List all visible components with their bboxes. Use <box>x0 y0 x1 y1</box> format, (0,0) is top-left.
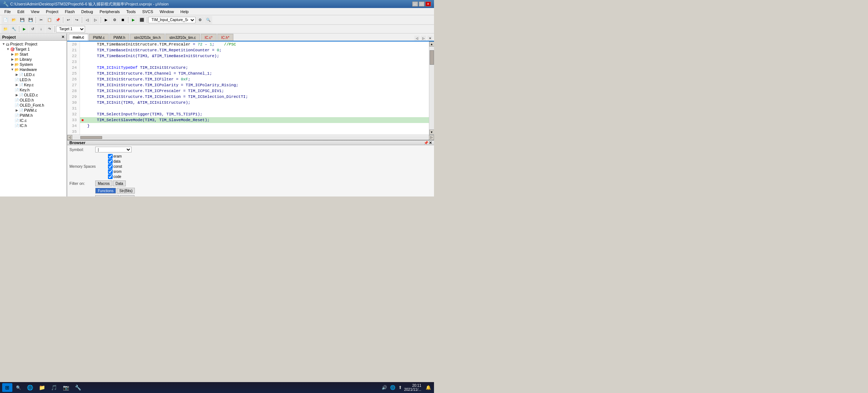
data-btn[interactable]: Data <box>113 180 126 186</box>
tree-ich[interactable]: 📄 IC.h <box>0 123 67 128</box>
maximize-button[interactable]: □ <box>419 1 425 7</box>
cb-srom[interactable]: srom <box>108 169 122 174</box>
cut-btn[interactable]: ✂ <box>37 16 45 24</box>
close-editor-btn[interactable]: ✕ <box>427 36 433 41</box>
scroll-up-btn[interactable]: ▲ <box>429 41 434 47</box>
minimize-button[interactable]: ─ <box>412 1 418 7</box>
stop-btn[interactable]: ⏹ <box>119 16 127 24</box>
tree-system[interactable]: ▶ 📂 System <box>0 62 67 67</box>
build-btn[interactable]: ▶ <box>102 16 110 24</box>
tree-project[interactable]: ▼ 🗂 Project: Project <box>0 41 67 47</box>
debug-start-btn[interactable]: ▶ <box>129 16 137 24</box>
browser-close-btn[interactable]: ✕ <box>429 141 432 145</box>
navigate-back-btn[interactable]: ◁ <box>83 16 91 24</box>
debug-stop-btn[interactable]: ⬛ <box>138 16 146 24</box>
menu-debug[interactable]: Debug <box>79 8 96 15</box>
code-scroll[interactable]: 20 TIM_TimeBaseInitStructure.TIM_Prescal… <box>67 41 429 135</box>
cb-data[interactable]: data <box>108 159 122 164</box>
expand-icon-ledc[interactable]: ▶ <box>15 72 19 77</box>
tree-oledh[interactable]: 📄 OLED.h <box>0 98 67 103</box>
device-select[interactable]: TIM_Input_Capture_Selec... <box>148 17 196 23</box>
h-scroll-track[interactable] <box>73 136 428 139</box>
tree-oledc[interactable]: ▶ 📄 OLED.c <box>0 92 67 98</box>
h-scroll-right-btn[interactable]: ▷ <box>429 135 434 140</box>
tab-pwmc[interactable]: PWM.c <box>89 34 109 41</box>
tree-oledfont[interactable]: 📄 OLED_Font.h <box>0 103 67 108</box>
menu-file[interactable]: File <box>1 8 14 15</box>
expand-icon-project[interactable]: ▼ <box>1 42 6 46</box>
expand-icon-oledc[interactable]: ▶ <box>15 93 19 97</box>
step-into-btn[interactable]: ↓ <box>37 25 45 33</box>
code-vertical-scrollbar[interactable]: ▲ ▼ <box>429 41 434 135</box>
expand-icon-library[interactable]: ▶ <box>10 57 15 61</box>
tab-scroll-left[interactable]: ◁ <box>414 36 419 41</box>
expand-icon-start[interactable]: ▶ <box>10 52 15 56</box>
project-btn[interactable]: 📁 <box>1 25 9 33</box>
expand-icon-hardware[interactable]: ▼ <box>10 67 15 72</box>
search-btn[interactable]: 🔍 <box>204 16 212 24</box>
tree-pwmh[interactable]: 📄 PWM.h <box>0 113 67 118</box>
h-scroll-left-btn[interactable]: ◁ <box>67 135 72 140</box>
functions-btn[interactable]: Functions <box>95 188 116 194</box>
expand-icon-pwmc[interactable]: ▶ <box>15 108 19 112</box>
menu-tools[interactable]: Tools <box>124 8 139 15</box>
project-panel-close[interactable]: ✕ <box>61 35 64 39</box>
tab-stm32timh[interactable]: stm32f10x_tim.h <box>130 34 165 41</box>
config-btn[interactable]: 🔧 <box>10 25 18 33</box>
strbits-btn[interactable]: Str(Bits) <box>117 188 135 194</box>
scroll-thumb[interactable] <box>430 50 434 65</box>
tab-ich[interactable]: IC.h* <box>217 34 233 41</box>
macros-btn[interactable]: Macros <box>95 180 112 186</box>
tree-keyh[interactable]: 📄 Key.h <box>0 87 67 92</box>
h-scroll-thumb[interactable] <box>80 136 102 139</box>
menu-view[interactable]: View <box>28 8 43 15</box>
menu-flash[interactable]: Flash <box>62 8 78 15</box>
menu-edit[interactable]: Edit <box>15 8 27 15</box>
tree-hardware[interactable]: ▼ 📂 Hardware <box>0 67 67 72</box>
paste-btn[interactable]: 📌 <box>54 16 62 24</box>
close-button[interactable]: ✕ <box>425 1 431 7</box>
tree-icc[interactable]: 📄 IC.c <box>0 118 67 123</box>
parameters-btn[interactable]: Parameters <box>95 195 119 196</box>
tree-pwmc[interactable]: ▶ 📄 PWM.c <box>0 108 67 113</box>
horizontal-scrollbar[interactable]: ◁ ▷ <box>67 135 434 140</box>
tree-ledc[interactable]: ▶ 📄 LED.c <box>0 72 67 77</box>
tab-mainc[interactable]: main.c <box>69 34 88 41</box>
scroll-down-btn[interactable]: ▼ <box>429 130 434 135</box>
new-file-btn[interactable]: 📄 <box>1 16 9 24</box>
cb-code[interactable]: code <box>108 174 122 179</box>
redo-btn[interactable]: ↪ <box>73 16 81 24</box>
symbol-combo[interactable]: | <box>95 147 132 152</box>
tree-target1[interactable]: ▼ 🎯 Target 1 <box>0 47 67 52</box>
menu-help[interactable]: Help <box>177 8 192 15</box>
menu-project[interactable]: Project <box>43 8 61 15</box>
menu-window[interactable]: Window <box>157 8 177 15</box>
scroll-track[interactable] <box>429 47 434 130</box>
debug2-btn[interactable]: ▶ <box>20 25 28 33</box>
options-btn[interactable]: ⚙ <box>196 16 204 24</box>
expand-icon-target1[interactable]: ▼ <box>6 47 10 51</box>
rebuild-btn[interactable]: ⚙ <box>110 16 118 24</box>
tab-scroll-right[interactable]: ▷ <box>421 36 426 41</box>
save-btn[interactable]: 💾 <box>18 16 26 24</box>
cb-const[interactable]: const <box>108 164 122 169</box>
browser-pin-btn[interactable]: 📌 <box>424 141 428 145</box>
types-btn[interactable]: Types <box>120 195 135 196</box>
expand-icon-system[interactable]: ▶ <box>10 62 15 67</box>
navigate-fwd-btn[interactable]: ▷ <box>92 16 100 24</box>
tab-stm32timc[interactable]: stm32f10x_tim.c <box>165 34 200 41</box>
step-over-btn[interactable]: ↷ <box>45 25 53 33</box>
tree-keyc[interactable]: ▶ 📄 Key.c <box>0 82 67 87</box>
tab-pwmh[interactable]: PWM.h <box>109 34 129 41</box>
undo-btn[interactable]: ↩ <box>64 16 72 24</box>
copy-btn[interactable]: 📋 <box>45 16 53 24</box>
tree-start[interactable]: ▶ 📂 Start <box>0 52 67 57</box>
tree-library[interactable]: ▶ 📂 Library <box>0 57 67 62</box>
reset-btn[interactable]: ↺ <box>29 25 37 33</box>
cb-eram[interactable]: eram <box>108 154 122 159</box>
target-select[interactable]: Target 1 <box>56 26 85 32</box>
menu-svcs[interactable]: SVCS <box>139 8 156 15</box>
tab-icc[interactable]: IC.c* <box>201 34 217 41</box>
save-all-btn[interactable]: 💾 <box>27 16 35 24</box>
menu-peripherals[interactable]: Peripherals <box>97 8 123 15</box>
